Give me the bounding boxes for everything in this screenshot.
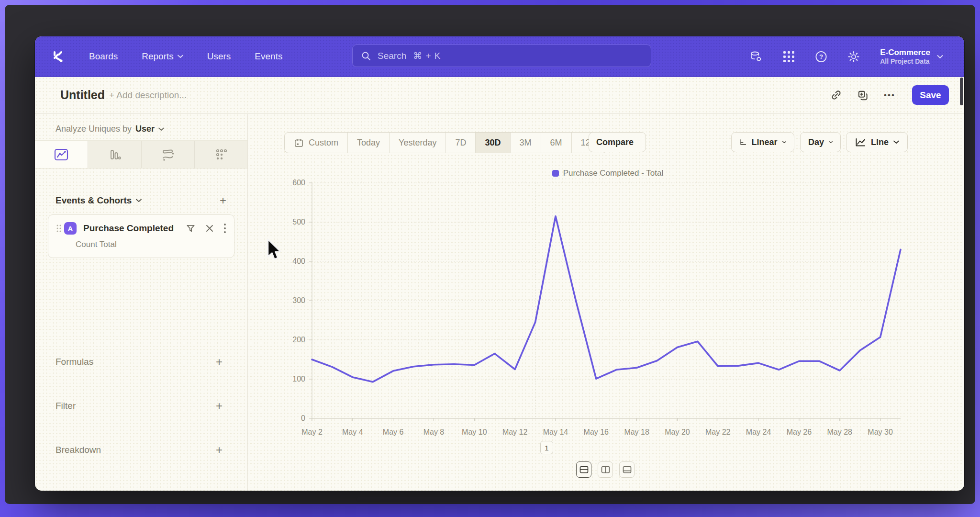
svg-text:May 22: May 22 (705, 428, 731, 436)
calendar-icon (294, 138, 304, 148)
add-breakdown-button[interactable]: + (216, 443, 223, 457)
settings-gear-icon[interactable] (847, 50, 860, 63)
nav-item-label: Users (207, 51, 231, 62)
date-range-label: Yesterday (399, 138, 436, 148)
svg-text:400: 400 (292, 257, 305, 265)
tab-insights[interactable] (35, 141, 88, 168)
legend-label: Purchase Completed - Total (563, 169, 663, 178)
layout-bottom-panel-button[interactable] (619, 461, 635, 478)
nav-item-reports[interactable]: Reports (142, 51, 183, 62)
date-range-6m[interactable]: 6M (541, 133, 572, 153)
layout-toggle-bar (576, 461, 635, 478)
apps-grid-icon[interactable] (782, 50, 795, 63)
analyze-prefix-label: Analyze Uniques by (56, 124, 132, 134)
pagination-page-1[interactable]: 1 (540, 441, 553, 454)
horizontal-scrollbar[interactable] (356, 497, 643, 502)
date-range-custom[interactable]: Custom (285, 133, 348, 153)
formulas-section: Formulas + (56, 355, 223, 369)
svg-text:200: 200 (292, 336, 305, 344)
analyze-uniques-by-control[interactable]: Analyze Uniques by User (56, 124, 164, 134)
compare-dropdown[interactable]: Compare (589, 132, 646, 152)
svg-text:May 6: May 6 (383, 428, 404, 436)
legend-swatch (552, 170, 559, 177)
date-range-yesterday[interactable]: Yesterday (390, 133, 446, 153)
line-chart-icon (54, 147, 69, 162)
add-description-field[interactable]: + Add description... (109, 90, 187, 101)
layout-split-rows-button[interactable] (576, 461, 591, 478)
scale-label: Linear (752, 137, 778, 147)
add-filter-button[interactable]: + (216, 399, 223, 413)
kebab-menu-icon[interactable] (223, 223, 226, 234)
filter-label: Filter (56, 401, 76, 411)
scale-dropdown[interactable]: Linear (731, 132, 794, 152)
svg-text:May 16: May 16 (584, 428, 609, 436)
layout-split-columns-button[interactable] (598, 461, 613, 478)
date-range-label: Today (357, 138, 380, 148)
date-range-30d[interactable]: 30D (476, 133, 510, 153)
date-range-label: 3M (520, 138, 532, 148)
filter-section: Filter + (56, 399, 223, 413)
drag-handle-icon[interactable] (56, 224, 63, 233)
date-range-3m[interactable]: 3M (511, 133, 541, 153)
date-range-7d[interactable]: 7D (446, 133, 476, 153)
project-switcher[interactable]: E-Commerce All Project Data (880, 47, 943, 66)
search-input[interactable]: Search ⌘ + K (352, 45, 651, 67)
line-chart: Purchase Completed - Total 0100200300400… (258, 168, 957, 455)
svg-text:May 24: May 24 (746, 428, 771, 436)
nav-item-users[interactable]: Users (207, 51, 231, 62)
copy-link-icon[interactable] (829, 88, 843, 102)
vertical-scrollbar-thumb[interactable] (960, 78, 963, 105)
add-event-button[interactable]: + (220, 194, 226, 207)
chart-canvas[interactable]: 0100200300400500600May 2May 4May 6May 8M… (258, 168, 957, 455)
tab-retention[interactable] (195, 141, 247, 168)
svg-text:600: 600 (292, 179, 305, 187)
event-card[interactable]: A Purchase Completed Count Total (48, 214, 234, 258)
event-name[interactable]: Purchase Completed (83, 223, 174, 234)
data-management-icon[interactable] (750, 50, 762, 63)
app-window: Boards Reports Users Events Search ⌘ + K (35, 36, 964, 491)
help-icon[interactable]: ? (815, 50, 827, 63)
tab-bar-chart[interactable] (88, 141, 141, 168)
analyze-entity-value[interactable]: User (135, 124, 155, 134)
event-letter-badge: A (64, 222, 77, 235)
chart-type-dropdown[interactable]: Line (846, 132, 908, 152)
event-metric-selector[interactable]: Count Total (76, 240, 117, 249)
nav-right-cluster: ? E-Commerce All Project Data (750, 36, 943, 77)
svg-text:May 4: May 4 (342, 428, 363, 436)
search-placeholder: Search (378, 51, 406, 61)
svg-text:May 26: May 26 (787, 428, 812, 436)
search-shortcut-hint: ⌘ + K (413, 50, 441, 61)
breakdown-label: Breakdown (56, 445, 101, 455)
granularity-dropdown[interactable]: Day (800, 132, 841, 152)
svg-text:May 18: May 18 (624, 428, 649, 436)
chevron-down-icon (937, 55, 943, 59)
svg-text:100: 100 (292, 375, 305, 383)
svg-text:May 10: May 10 (462, 428, 487, 436)
duplicate-icon[interactable] (856, 88, 870, 102)
nav-item-boards[interactable]: Boards (89, 51, 118, 62)
svg-text:May 14: May 14 (543, 428, 568, 436)
save-button[interactable]: Save (912, 85, 949, 105)
add-formula-button[interactable]: + (216, 355, 223, 369)
tab-flows[interactable] (142, 141, 195, 168)
date-range-today[interactable]: Today (348, 133, 390, 153)
bar-chart-icon (107, 147, 122, 162)
chevron-down-icon[interactable] (136, 199, 142, 202)
events-cohorts-title[interactable]: Events & Cohorts (56, 195, 132, 206)
nav-item-label: Events (255, 51, 282, 62)
svg-text:May 8: May 8 (423, 428, 445, 436)
date-range-segmented-control: Custom Today Yesterday 7D 30D 3M 6M 12M (284, 132, 607, 153)
svg-text:May 28: May 28 (827, 428, 853, 436)
report-title[interactable]: Untitled (60, 88, 105, 102)
chart-legend[interactable]: Purchase Completed - Total (258, 169, 957, 178)
more-options-icon[interactable]: ••• (882, 88, 897, 102)
nav-menu: Boards Reports Users Events (89, 51, 282, 62)
nav-item-events[interactable]: Events (255, 51, 282, 62)
svg-text:May 20: May 20 (665, 428, 690, 436)
remove-event-icon[interactable] (205, 224, 214, 233)
svg-text:May 12: May 12 (502, 428, 528, 436)
mixpanel-logo-icon[interactable] (51, 49, 65, 64)
granularity-label: Day (808, 137, 824, 147)
compare-label: Compare (596, 137, 634, 147)
filter-funnel-icon[interactable] (186, 224, 196, 234)
